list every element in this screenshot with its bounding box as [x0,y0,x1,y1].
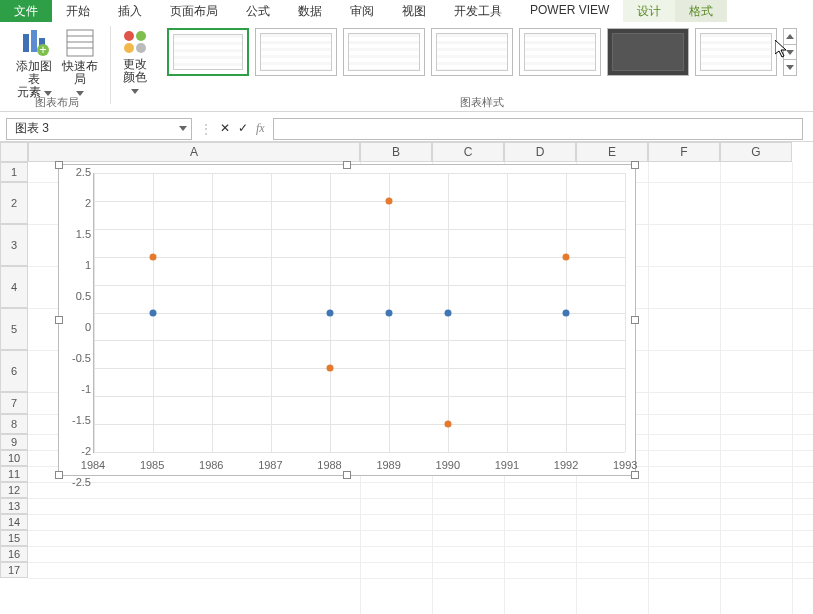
svg-point-11 [124,43,134,53]
data-point[interactable] [150,309,157,316]
chart-style-1[interactable] [167,28,249,76]
chart-style-4[interactable] [431,28,513,76]
row-header-13[interactable]: 13 [0,498,28,514]
row-header-4[interactable]: 4 [0,266,28,308]
accept-icon[interactable]: ✓ [238,121,248,136]
tab-formula[interactable]: 公式 [232,0,284,22]
chart-style-3[interactable] [343,28,425,76]
resize-handle[interactable] [631,471,639,479]
tab-file[interactable]: 文件 [0,0,52,22]
chart-style-2[interactable] [255,28,337,76]
tab-format[interactable]: 格式 [675,0,727,22]
resize-handle[interactable] [343,471,351,479]
svg-rect-5 [67,30,93,56]
row-header-11[interactable]: 11 [0,466,28,482]
plot-area[interactable] [93,173,625,453]
resize-handle[interactable] [55,161,63,169]
y-tick-label: -2 [67,445,91,457]
tab-page-layout[interactable]: 页面布局 [156,0,232,22]
col-header-B[interactable]: B [360,142,432,162]
tab-design[interactable]: 设计 [623,0,675,22]
row-header-6[interactable]: 6 [0,350,28,392]
col-header-D[interactable]: D [504,142,576,162]
formula-bar: 图表 3 ⋮ ✕ ✓ fx [0,116,813,142]
y-tick-label: -1.5 [67,414,91,426]
data-point[interactable] [445,309,452,316]
data-point[interactable] [563,253,570,260]
resize-handle[interactable] [55,471,63,479]
resize-handle[interactable] [343,161,351,169]
quick-layout-button[interactable]: 快速布局 [58,26,102,101]
row-header-5[interactable]: 5 [0,308,28,350]
ribbon: + 添加图表元素 快速布局 图表布局 更改颜色 [0,22,813,112]
add-chart-element-icon: + [19,28,49,58]
data-point[interactable] [327,309,334,316]
y-tick-label: 2 [67,197,91,209]
y-tick-label: -1 [67,383,91,395]
row-header-16[interactable]: 16 [0,546,28,562]
col-header-F[interactable]: F [648,142,720,162]
tab-data[interactable]: 数据 [284,0,336,22]
chevron-down-icon [786,65,794,70]
change-colors-button[interactable]: 更改颜色 [117,26,153,99]
row-header-12[interactable]: 12 [0,482,28,498]
chart-object[interactable]: 2.521.510.50-0.5-1-1.5-2-2.5198419851986… [58,164,636,476]
row-header-7[interactable]: 7 [0,392,28,414]
chevron-up-icon [786,34,794,39]
row-header-2[interactable]: 2 [0,182,28,224]
fx-icon[interactable]: fx [256,121,265,136]
y-tick-label: -0.5 [67,352,91,364]
tab-powerview[interactable]: POWER VIEW [516,0,623,22]
select-all-corner[interactable] [0,142,28,162]
tab-insert[interactable]: 插入 [104,0,156,22]
chart-style-gallery [163,26,801,78]
tab-review[interactable]: 审阅 [336,0,388,22]
chart-style-more[interactable] [783,28,797,76]
cell-grid[interactable]: 2.521.510.50-0.5-1-1.5-2-2.5198419851986… [28,162,813,614]
chart-style-6[interactable] [607,28,689,76]
y-tick-label: 2.5 [67,166,91,178]
row-header-3[interactable]: 3 [0,224,28,266]
x-tick-label: 1989 [376,459,400,471]
y-tick-label: 0.5 [67,290,91,302]
row-header-8[interactable]: 8 [0,414,28,434]
data-point[interactable] [386,309,393,316]
resize-handle[interactable] [55,316,63,324]
group-change-colors: 更改颜色 [113,26,157,112]
tab-developer[interactable]: 开发工具 [440,0,516,22]
x-tick-label: 1993 [613,459,637,471]
resize-handle[interactable] [631,316,639,324]
row-header-1[interactable]: 1 [0,162,28,182]
col-header-G[interactable]: G [720,142,792,162]
row-header-17[interactable]: 17 [0,562,28,578]
chart-style-7[interactable] [695,28,777,76]
formula-input[interactable] [273,118,803,140]
col-header-C[interactable]: C [432,142,504,162]
row-header-15[interactable]: 15 [0,530,28,546]
add-chart-element-button[interactable]: + 添加图表元素 [12,26,56,101]
data-point[interactable] [150,253,157,260]
col-header-E[interactable]: E [576,142,648,162]
tab-view[interactable]: 视图 [388,0,440,22]
x-tick-label: 1985 [140,459,164,471]
name-box[interactable]: 图表 3 [6,118,192,140]
cancel-icon[interactable]: ✕ [220,121,230,136]
y-tick-label: 1 [67,259,91,271]
row-header-10[interactable]: 10 [0,450,28,466]
col-header-A[interactable]: A [28,142,360,162]
data-point[interactable] [386,197,393,204]
row-header-9[interactable]: 9 [0,434,28,450]
x-tick-label: 1990 [436,459,460,471]
chart-style-5[interactable] [519,28,601,76]
x-tick-label: 1986 [199,459,223,471]
tab-home[interactable]: 开始 [52,0,104,22]
add-chart-element-label-1: 添加图表 [16,59,52,86]
row-header-14[interactable]: 14 [0,514,28,530]
data-point[interactable] [563,309,570,316]
x-tick-label: 1984 [81,459,105,471]
resize-handle[interactable] [631,161,639,169]
change-colors-label-2: 颜色 [123,70,147,84]
data-point[interactable] [327,365,334,372]
change-colors-label-1: 更改 [123,57,147,71]
data-point[interactable] [445,421,452,428]
